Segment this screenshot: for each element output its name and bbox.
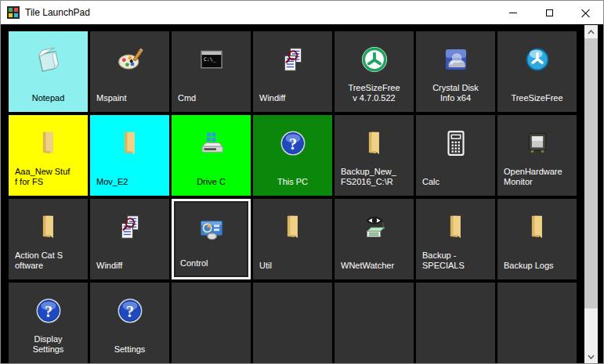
- tile-label: Display Settings: [10, 334, 86, 355]
- tile-label: Backup - SPECIALS: [422, 250, 493, 271]
- windiff-icon: [253, 45, 332, 74]
- tile-label: Aaa_New Stuf f for FS: [15, 167, 85, 187]
- cmd-icon: C:\_: [172, 45, 251, 74]
- tile-label: Action Cat S oftware: [15, 250, 85, 271]
- scrollbar-thumb[interactable]: [584, 38, 598, 308]
- tile-crystal-disk-info[interactable]: Crystal Disk Info x64: [416, 31, 495, 112]
- tile-label: Cmd: [178, 93, 248, 103]
- tile-windiff-2[interactable]: Windiff: [90, 199, 169, 279]
- tile-label: Backup_New_ FS2016_C:\R: [341, 167, 411, 187]
- folder-icon: [497, 212, 577, 242]
- tile-label: Util: [259, 261, 330, 271]
- tile-drive-c[interactable]: Drive C: [172, 115, 251, 196]
- tile-treesizefree-v4[interactable]: TreeSizeFree v 4.7.0.522: [335, 31, 414, 112]
- tile-label: Settings: [92, 344, 168, 355]
- crystaldisk-icon: [416, 45, 495, 74]
- question-icon: ?: [90, 296, 169, 326]
- window-title: Tile LaunchPad: [25, 7, 495, 18]
- tile-label: Windiff: [96, 261, 167, 271]
- close-icon: [581, 9, 590, 17]
- tile-treesizefree[interactable]: TreeSizeFree: [497, 31, 577, 112]
- maximize-button[interactable]: [531, 1, 567, 24]
- tile-util[interactable]: Util: [253, 199, 332, 279]
- tile-backup-new-fs2016[interactable]: Backup_New_ FS2016_C:\R: [335, 115, 414, 196]
- svg-text:?: ?: [125, 303, 133, 320]
- tile-control[interactable]: Control: [172, 199, 251, 279]
- windiff-icon: [90, 212, 169, 242]
- vertical-scrollbar[interactable]: [584, 25, 598, 363]
- app-icon: [7, 6, 20, 19]
- ohm-icon: [497, 128, 577, 158]
- tile-label: Drive C: [173, 177, 249, 187]
- titlebar: Tile LaunchPad: [1, 1, 603, 24]
- tile-label: TreeSizeFree: [499, 93, 575, 103]
- tile-grid: NotepadMspaintC:\_CmdWindiffTreeSizeFree…: [9, 31, 577, 363]
- tile-empty: [253, 283, 332, 363]
- tile-label: Backup Logs: [504, 261, 574, 271]
- control-icon: [174, 214, 248, 244]
- tile-label: Notepad: [10, 93, 86, 103]
- tile-empty: [416, 283, 495, 363]
- scroll-up-button[interactable]: [584, 25, 598, 38]
- tile-mspaint[interactable]: Mspaint: [90, 31, 169, 112]
- tile-label: This PC: [255, 177, 331, 187]
- tile-label: OpenHardware Monitor: [504, 167, 574, 187]
- folder-icon: [90, 128, 169, 158]
- tile-label: Calc: [422, 177, 493, 187]
- tile-label: Windiff: [259, 93, 330, 103]
- tile-aaa-new-stuff[interactable]: Aaa_New Stuf f for FS: [9, 115, 88, 196]
- calc-icon: [416, 128, 495, 158]
- folder-icon: [416, 212, 495, 242]
- tile-backup-logs[interactable]: Backup Logs: [497, 199, 577, 279]
- minimize-icon: [509, 13, 517, 13]
- chevron-up-icon: [588, 30, 595, 34]
- folder-icon: [9, 128, 88, 158]
- tile-label: TreeSizeFree v 4.7.0.522: [336, 83, 412, 103]
- question-icon: ?: [9, 296, 88, 326]
- minimize-button[interactable]: [495, 1, 531, 24]
- folder-icon: [253, 212, 332, 242]
- tile-wnetwatcher[interactable]: WNetWatcher: [335, 199, 414, 279]
- chevron-down-icon: [588, 355, 595, 359]
- tile-empty: [497, 283, 577, 363]
- wnetwatcher-icon: [335, 212, 414, 242]
- folder-icon: [9, 212, 88, 242]
- svg-text:?: ?: [44, 303, 52, 320]
- tile-calc[interactable]: Calc: [416, 115, 495, 196]
- svg-text:?: ?: [288, 135, 296, 153]
- tile-notepad[interactable]: Notepad: [9, 31, 88, 112]
- tile-label: Mov_E2: [96, 177, 167, 187]
- tile-mov-e2[interactable]: Mov_E2: [90, 115, 169, 196]
- tile-settings[interactable]: ?Settings: [90, 283, 169, 363]
- tile-cmd[interactable]: C:\_Cmd: [172, 31, 251, 112]
- question-icon: ?: [253, 128, 332, 158]
- tile-empty: [172, 283, 251, 363]
- folder-icon: [335, 128, 414, 158]
- notepad-icon: [9, 45, 88, 74]
- tile-action-cat-software[interactable]: Action Cat S oftware: [9, 199, 88, 279]
- tile-openhardware-monitor[interactable]: OpenHardware Monitor: [497, 115, 577, 196]
- tile-empty: [335, 283, 414, 363]
- tile-canvas: NotepadMspaintC:\_CmdWindiffTreeSizeFree…: [1, 24, 603, 363]
- tile-label: Control: [180, 258, 246, 268]
- tile-backup-specials[interactable]: Backup - SPECIALS: [416, 199, 495, 279]
- treesize-blue-icon: [497, 45, 577, 74]
- tile-windiff[interactable]: Windiff: [253, 31, 332, 112]
- paint-icon: [90, 45, 169, 74]
- tile-this-pc[interactable]: ?This PC: [253, 115, 332, 196]
- scroll-down-button[interactable]: [584, 350, 598, 363]
- maximize-icon: [546, 9, 553, 16]
- tile-label: WNetWatcher: [341, 261, 411, 271]
- treesize-green-icon: [335, 45, 414, 74]
- tile-display-settings[interactable]: ?Display Settings: [9, 283, 88, 363]
- tile-label: Crystal Disk Info x64: [418, 83, 494, 103]
- close-button[interactable]: [567, 1, 603, 24]
- drive-icon: [172, 128, 251, 158]
- svg-text:C:\_: C:\_: [203, 56, 215, 63]
- tile-label: Mspaint: [96, 93, 167, 103]
- app-window: Tile LaunchPad NotepadMspaintC:\_CmdWind…: [0, 0, 604, 364]
